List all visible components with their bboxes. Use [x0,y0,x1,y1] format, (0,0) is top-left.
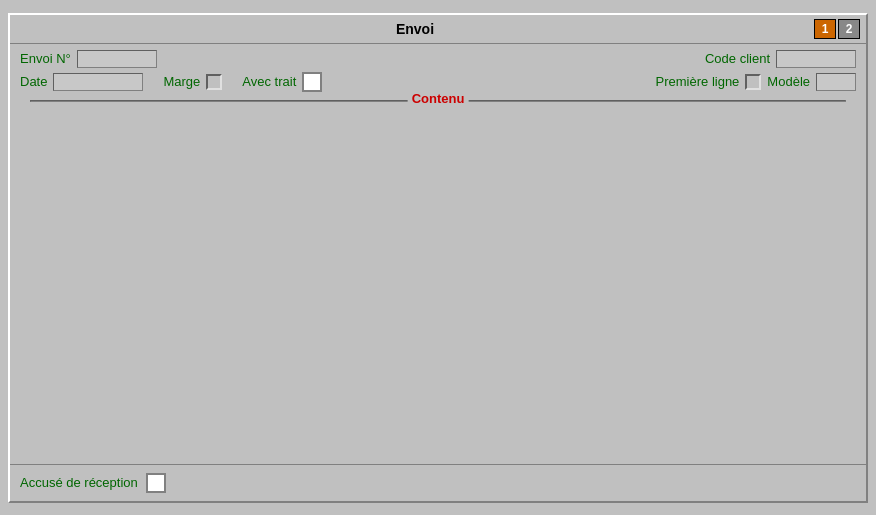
title-bar: Envoi 1 2 [10,15,866,44]
btn-1[interactable]: 1 [814,19,836,39]
premiere-ligne-label: Première ligne [656,74,740,89]
title-bar-buttons: 1 2 [814,19,860,39]
row-1: Envoi N° Code client [20,50,856,68]
date-input[interactable] [53,73,143,91]
date-label: Date [20,74,47,89]
avec-trait-checkbox[interactable] [302,72,322,92]
premiere-ligne-checkbox[interactable] [745,74,761,90]
modele-input[interactable] [816,73,856,91]
modele-label: Modèle [767,74,810,89]
btn-2[interactable]: 2 [838,19,860,39]
envoi-input[interactable] [77,50,157,68]
content-wrapper: Contenu [20,100,856,460]
avec-trait-label: Avec trait [242,74,296,89]
code-client-input[interactable] [776,50,856,68]
accuse-checkbox[interactable] [146,473,166,493]
envoi-label: Envoi N° [20,51,71,66]
header-rows: Envoi N° Code client Date Marge Avec tra… [10,44,866,96]
main-window: Envoi 1 2 Envoi N° Code client Date Marg… [8,13,868,503]
bottom-bar: Accusé de réception [10,464,866,501]
code-client-label: Code client [705,51,770,66]
marge-label: Marge [163,74,200,89]
window-title: Envoi [16,21,814,37]
row-2: Date Marge Avec trait Première ligne Mod… [20,72,856,92]
accuse-label: Accusé de réception [20,475,138,490]
marge-checkbox[interactable] [206,74,222,90]
content-panel: Contenu [30,100,846,102]
contenu-label: Contenu [408,91,469,106]
